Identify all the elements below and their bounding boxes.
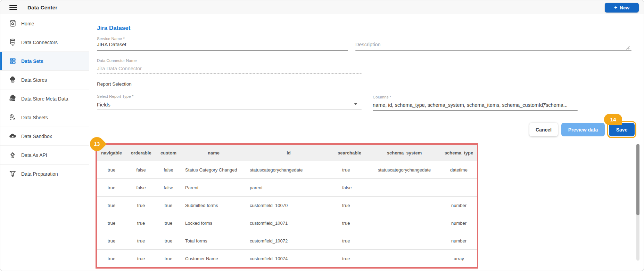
- sidebar-item-label: Data Preparation: [21, 171, 58, 177]
- table-row: truetruetrueSubmitted formscustomfield_1…: [97, 197, 477, 214]
- table-cell: array: [441, 250, 477, 268]
- table-cell: number: [441, 232, 477, 250]
- description-input[interactable]: Description: [355, 42, 381, 47]
- table-cell: true: [156, 214, 181, 232]
- table-cell: true: [97, 214, 126, 232]
- table-cell: true: [156, 232, 181, 250]
- table-cell: true: [331, 197, 368, 214]
- table-cell: customfield_10071: [246, 214, 331, 232]
- vertical-scrollbar-thumb[interactable]: [636, 144, 639, 215]
- sidebar-item-data-store-meta-data[interactable]: </>Data Store Meta Data: [0, 89, 89, 108]
- sidebar-item-data-as-api[interactable]: APIData As API: [0, 146, 89, 165]
- report-selection-title: Report Selection: [97, 81, 132, 87]
- sidebar-item-data-sets[interactable]: Data Sets: [0, 52, 89, 71]
- table-cell: [368, 197, 441, 214]
- report-type-select[interactable]: Fields: [97, 102, 110, 107]
- table-cell: true: [331, 250, 368, 268]
- table-cell: customfield_10070: [246, 197, 331, 214]
- sidebar-item-label: Data Sets: [21, 58, 43, 64]
- sidebar-item-home[interactable]: Home: [0, 14, 89, 33]
- table-cell: true: [97, 250, 126, 268]
- table-cell: true: [126, 250, 156, 268]
- columns-label: Columns *: [373, 95, 391, 99]
- table-cell: true: [97, 179, 126, 197]
- table-cell: Status Category Changed: [181, 161, 246, 179]
- new-button[interactable]: + New: [605, 3, 639, 13]
- sheets-icon: [9, 113, 17, 121]
- table-cell: false: [126, 161, 156, 179]
- sidebar-item-data-stores[interactable]: Data Stores: [0, 71, 89, 89]
- plus-icon: +: [614, 5, 617, 10]
- table-cell: number: [441, 214, 477, 232]
- home-icon: [9, 19, 17, 27]
- report-type-underline: [97, 110, 362, 110]
- connectors-icon: [9, 38, 17, 46]
- table-cell: true: [331, 214, 368, 232]
- column-header-id: id: [246, 145, 331, 161]
- table-cell: statuscategorychangedate: [368, 161, 441, 179]
- table-row: truetruetrueTotal formscustomfield_10072…: [97, 232, 477, 250]
- preparation-icon: [9, 170, 17, 178]
- table-cell: true: [156, 197, 181, 214]
- service-name-underline: [97, 50, 348, 51]
- stores-icon: [9, 76, 17, 84]
- sidebar-item-label: Home: [21, 21, 34, 26]
- table-cell: statuscategorychangedate: [246, 161, 331, 179]
- table-cell: customfield_10072: [246, 232, 331, 250]
- table-cell: true: [156, 250, 181, 268]
- sidebar-item-data-preparation[interactable]: Data Preparation: [0, 165, 89, 183]
- table-cell: Submitted forms: [181, 197, 246, 214]
- table-body: truefalsefalseStatus Category Changedsta…: [97, 161, 477, 268]
- sidebar-item-label: Data As API: [21, 152, 47, 158]
- table-cell: true: [97, 232, 126, 250]
- sidebar-item-label: Data Stores: [21, 77, 47, 83]
- table-row: truetruetrueLocked formscustomfield_1007…: [97, 214, 477, 232]
- sidebar-item-data-sandbox[interactable]: Data Sandbox: [0, 127, 89, 146]
- table-cell: Customer Name: [181, 250, 246, 268]
- table-cell: datetime: [441, 161, 477, 179]
- sidebar-item-data-sheets[interactable]: Data Sheets: [0, 108, 89, 127]
- table-cell: true: [126, 214, 156, 232]
- table-cell: true: [97, 161, 126, 179]
- table-cell: parent: [246, 179, 331, 197]
- column-header-schema_type: schema_type: [441, 145, 477, 161]
- column-header-name: name: [181, 145, 246, 161]
- app-title: Data Center: [27, 5, 57, 10]
- sandbox-icon: [9, 132, 17, 140]
- table-cell: [368, 214, 441, 232]
- fields-table-container: navigableorderablecustomnameidsearchable…: [96, 143, 478, 269]
- table-cell: [368, 250, 441, 268]
- topbar-divider: [22, 4, 22, 11]
- svg-text:</>: </>: [13, 98, 15, 101]
- sidebar-item-label: Data Sandbox: [21, 134, 52, 139]
- columns-caret-icon[interactable]: [543, 103, 546, 105]
- table-row: truefalsefalseStatus Category Changedsta…: [97, 161, 477, 179]
- report-type-caret-icon[interactable]: [354, 103, 357, 105]
- page-title: Jira Dataset: [97, 25, 130, 32]
- connector-underline: [97, 73, 362, 74]
- description-underline: [355, 50, 631, 51]
- sidebar-item-data-connectors[interactable]: Data Connectors: [0, 33, 89, 52]
- fields-table: navigableorderablecustomnameidsearchable…: [97, 145, 477, 267]
- table-cell: Total forms: [181, 232, 246, 250]
- annotation-badge-14: 14: [604, 114, 622, 125]
- columns-select[interactable]: name, id, schema_type, schema_system, sc…: [373, 102, 568, 108]
- cancel-button[interactable]: Cancel: [529, 123, 558, 136]
- table-row: truetruetrueCustomer Namecustomfield_100…: [97, 250, 477, 268]
- connector-name-value: Jira Data Connector: [97, 66, 142, 71]
- service-name-input[interactable]: JIRA Dataset: [97, 42, 126, 47]
- table-cell: Parent: [181, 179, 246, 197]
- table-cell: true: [331, 161, 368, 179]
- table-header-row: navigableorderablecustomnameidsearchable…: [97, 145, 477, 161]
- preview-data-button[interactable]: Preview data: [561, 123, 605, 136]
- table-cell: Locked forms: [181, 214, 246, 232]
- app-window: Data Center + New HomeData ConnectorsDat…: [0, 0, 644, 271]
- table-row: truefalsefalseParentparentfalse: [97, 179, 477, 197]
- resize-grip-icon[interactable]: [625, 45, 630, 50]
- table-cell: [368, 232, 441, 250]
- sidebar-item-label: Data Store Meta Data: [21, 96, 68, 102]
- table-cell: [368, 179, 441, 197]
- menu-icon[interactable]: [9, 5, 17, 10]
- table-cell: false: [156, 179, 181, 197]
- vertical-scrollbar-track[interactable]: [636, 144, 639, 261]
